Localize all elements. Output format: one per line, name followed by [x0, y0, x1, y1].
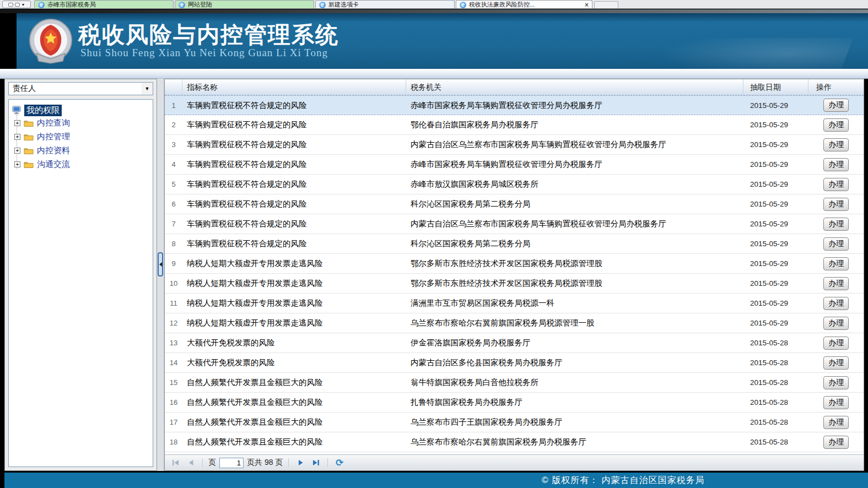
cell-extract-date: 2015-05-29	[743, 299, 808, 307]
row-number: 6	[165, 200, 182, 208]
tree-item-label[interactable]: 内控管理	[37, 132, 70, 142]
computer-icon	[12, 106, 21, 115]
table-row[interactable]: 17 自然人频繁代开发票且金额巨大的风险 乌兰察布市四子王旗国家税务局办税服务厅…	[165, 413, 864, 432]
cell-extract-date: 2015-05-28	[743, 339, 808, 347]
handle-button[interactable]: 办理	[823, 118, 849, 132]
tree-item[interactable]: + 内控资料	[14, 144, 149, 158]
handle-button[interactable]: 办理	[823, 396, 849, 409]
cell-indicator-name: 车辆购置税征税不符合规定的风险	[182, 159, 406, 170]
cell-tax-authority: 乌兰察布市察哈尔右翼前旗国家税务局办税服务厅	[406, 437, 743, 447]
table-row[interactable]: 10 纳税人短期大额虚开专用发票走逃风险 鄂尔多斯市东胜经济技术开发区国家税务局…	[165, 274, 864, 294]
tree-item-label[interactable]: 内控查询	[37, 118, 70, 128]
table-row[interactable]: 12 纳税人短期大额虚开专用发票走逃风险 乌兰察布市察哈尔右翼前旗国家税务局税源…	[165, 313, 864, 333]
table-row[interactable]: 3 车辆购置税征税不符合规定的风险 内蒙古自治区乌兰察布市国家税务局车辆购置税征…	[165, 135, 864, 155]
handle-button[interactable]: 办理	[823, 198, 849, 211]
handle-button[interactable]: 办理	[823, 138, 849, 151]
panel-splitter[interactable]	[157, 79, 164, 471]
internet-explorer-icon: e	[179, 2, 185, 8]
column-header-authority[interactable]: 税务机关	[406, 79, 743, 95]
handle-button[interactable]: 办理	[823, 416, 849, 429]
internet-explorer-icon: e	[38, 2, 45, 8]
cell-indicator-name: 车辆购置税征税不符合规定的风险	[182, 120, 406, 130]
cell-indicator-name: 车辆购置税征税不符合规定的风险	[182, 139, 406, 150]
table-row[interactable]: 9 纳税人短期大额虚开专用发票走逃风险 鄂尔多斯市东胜经济技术开发区国家税务局税…	[165, 254, 864, 274]
row-number: 16	[165, 398, 182, 406]
browser-tab[interactable]: e 新建选项卡	[315, 0, 455, 9]
cell-tax-authority: 扎鲁特旗国家税务局办税服务厅	[406, 397, 743, 408]
dropdown-arrow-icon[interactable]: ▼	[142, 83, 153, 95]
table-row[interactable]: 15 自然人频繁代开发票且金额巨大的风险 翁牛特旗国家税务局白音他拉税务所 20…	[165, 373, 864, 393]
tree-item[interactable]: + 沟通交流	[14, 158, 149, 171]
column-header-date[interactable]: 抽取日期	[743, 79, 808, 95]
first-page-button[interactable]	[169, 457, 181, 468]
handle-button[interactable]: 办理	[823, 337, 849, 350]
tree-item-label[interactable]: 沟通交流	[37, 159, 70, 170]
browser-tab[interactable]: e 网站登陆	[175, 0, 314, 9]
handle-button[interactable]: 办理	[823, 237, 849, 251]
table-row[interactable]: 14 大额代开免税发票的风险 内蒙古自治区多伦县国家税务局办税服务厅 2015-…	[165, 353, 864, 373]
column-header-indicator[interactable]: 指标名称	[182, 79, 406, 95]
table-row[interactable]: 5 车辆购置税征税不符合规定的风险 赤峰市敖汉旗国家税务局城区税务所 2015-…	[165, 175, 864, 194]
handle-button[interactable]: 办理	[823, 218, 849, 231]
table-row[interactable]: 7 车辆购置税征税不符合规定的风险 内蒙古自治区乌兰察布市国家税务局车辆购置税征…	[165, 214, 864, 234]
handle-button[interactable]: 办理	[823, 178, 849, 191]
table-row[interactable]: 13 大额代开免税发票的风险 伊金霍洛旗国家税务局办税服务厅 2015-05-2…	[165, 333, 864, 353]
handle-button[interactable]: 办理	[823, 317, 849, 330]
handle-button[interactable]: 办理	[823, 297, 849, 310]
cell-indicator-name: 纳税人短期大额虚开专用发票走逃风险	[182, 298, 406, 308]
browser-tab[interactable]: e 税收执法廉政风险防控... ×	[456, 0, 592, 9]
expand-icon[interactable]: +	[14, 120, 20, 126]
collapse-sidebar-handle[interactable]	[158, 252, 163, 276]
window-edge-strip	[0, 9, 868, 13]
table-row[interactable]: 1 车辆购置税征税不符合规定的风险 赤峰市国家税务局车辆购置税征收管理分局办税服…	[165, 95, 864, 115]
app-title: 税收风险与内控管理系统	[78, 20, 339, 50]
handle-button[interactable]: 办理	[823, 99, 849, 112]
handle-button[interactable]: 办理	[823, 277, 849, 290]
row-number: 2	[165, 121, 182, 129]
table-row[interactable]: 6 车辆购置税征税不符合规定的风险 科尔沁区国家税务局第二税务分局 2015-0…	[165, 194, 864, 214]
tree-item[interactable]: + 内控查询	[14, 116, 149, 130]
collapse-left-icon	[159, 262, 162, 267]
quick-tabs-button[interactable]: ▼	[2, 1, 31, 8]
cell-tax-authority: 内蒙古自治区多伦县国家税务局办税服务厅	[406, 357, 743, 368]
refresh-icon[interactable]: ⟳	[333, 457, 346, 468]
handle-button[interactable]: 办理	[823, 257, 849, 270]
last-page-button[interactable]	[310, 457, 322, 468]
page-number-input[interactable]	[219, 458, 244, 468]
table-row[interactable]: 18 自然人频繁代开发票且金额巨大的风险 乌兰察布市察哈尔右翼前旗国家税务局办税…	[165, 432, 864, 452]
close-tab-icon[interactable]: ×	[585, 2, 589, 8]
cell-tax-authority: 伊金霍洛旗国家税务局办税服务厅	[406, 338, 743, 348]
table-row[interactable]: 2 车辆购置税征税不符合规定的风险 鄂伦春自治旗国家税务局办税服务厅 2015-…	[165, 115, 864, 135]
tree-item[interactable]: + 内控管理	[14, 130, 149, 144]
handle-button[interactable]: 办理	[823, 356, 849, 370]
next-page-button[interactable]	[294, 457, 306, 468]
handle-button[interactable]: 办理	[823, 436, 849, 449]
expand-icon[interactable]: +	[14, 134, 20, 140]
handle-button[interactable]: 办理	[823, 376, 849, 389]
expand-icon[interactable]: +	[14, 148, 20, 154]
row-number: 17	[165, 418, 182, 426]
table-row[interactable]: 8 车辆购置税征税不符合规定的风险 科尔沁区国家税务局第二税务分局 2015-0…	[165, 234, 864, 254]
expand-icon[interactable]: +	[14, 161, 20, 167]
previous-page-button[interactable]	[185, 457, 197, 468]
table-row[interactable]: 11 纳税人短期大额虚开专用发票走逃风险 满洲里市互市贸易区国家税务局税源一科 …	[165, 294, 864, 313]
browser-tab[interactable]: e 赤峰市国家税务局	[34, 0, 174, 9]
responsible-person-dropdown[interactable]: 责任人 ▼	[8, 82, 153, 95]
row-number: 4	[165, 160, 182, 169]
table-row[interactable]: 4 车辆购置税征税不符合规定的风险 赤峰市国家税务局车辆购置税征收管理分局办税服…	[165, 155, 864, 175]
cell-indicator-name: 自然人频繁代开发票且金额巨大的风险	[182, 377, 406, 388]
handle-button[interactable]: 办理	[823, 158, 849, 171]
row-number: 15	[165, 378, 182, 387]
table-row[interactable]: 16 自然人频繁代开发票且金额巨大的风险 扎鲁特旗国家税务局办税服务厅 2015…	[165, 393, 864, 413]
tree-item-label[interactable]: 内控资料	[37, 145, 70, 156]
tax-bureau-emblem-logo	[28, 17, 74, 66]
cell-indicator-name: 车辆购置税征税不符合规定的风险	[182, 179, 406, 189]
cell-tax-authority: 翁牛特旗国家税务局白音他拉税务所	[406, 377, 743, 388]
pagination-bar: 页 页共 98 页 ⟳	[165, 454, 864, 470]
tree-root-label[interactable]: 我的权限	[24, 105, 62, 116]
app-subtitle: Shui Shou Feng Xian Yu Nei Kong Guan Li …	[80, 47, 328, 59]
cell-extract-date: 2015-05-29	[743, 160, 808, 169]
tree-root-my-permissions[interactable]: 我的权限	[12, 104, 149, 116]
new-tab-stub[interactable]	[594, 1, 618, 9]
cell-tax-authority: 鄂伦春自治旗国家税务局办税服务厅	[406, 120, 743, 130]
